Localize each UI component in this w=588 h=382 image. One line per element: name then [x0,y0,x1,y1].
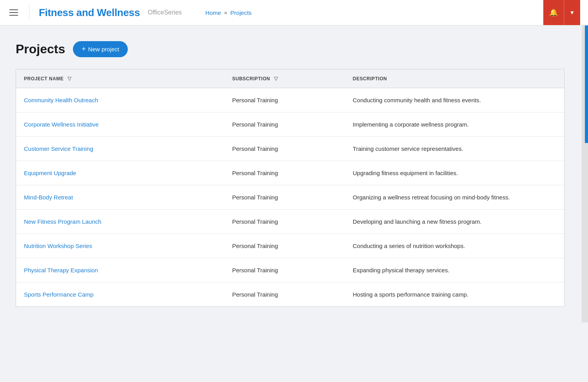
description-cell: Expanding physical therapy services. [345,258,564,282]
subscription-cell: Personal Training [224,258,345,282]
description-cell: Developing and launching a new fitness p… [345,210,564,234]
col-description-label: DESCRIPTION [353,76,387,81]
chevron-down-icon: ▼ [570,9,575,16]
project-name-link[interactable]: Mind-Body Retreat [24,194,73,201]
table-row: Equipment UpgradePersonal TrainingUpgrad… [16,161,564,185]
app-subtitle: OfficeSeries [148,9,182,16]
project-name-link[interactable]: New Fitness Program Launch [24,218,102,225]
description-cell: Implementing a corporate wellness progra… [345,112,564,137]
table-row: Nutrition Workshop SeriesPersonal Traini… [16,234,564,258]
filter-name-icon[interactable]: ▽ [67,76,72,81]
notification-bell-button[interactable]: 🔔 [543,0,564,25]
filter-subscription-icon[interactable]: ▽ [274,76,278,81]
page-header: Projects + New project [16,41,572,57]
description-cell: Hosting a sports performance training ca… [345,282,564,307]
page-title: Projects [16,42,65,56]
project-name-link[interactable]: Equipment Upgrade [24,170,76,176]
table-row: Community Health OutreachPersonal Traini… [16,88,564,112]
subscription-cell: Personal Training [224,185,345,210]
scrollbar-thumb[interactable] [585,25,588,143]
project-name-link[interactable]: Physical Therapy Expansion [24,267,98,273]
table-row: Sports Performance CampPersonal Training… [16,282,564,307]
subscription-cell: Personal Training [224,234,345,258]
bell-icon: 🔔 [549,8,558,17]
subscription-cell: Personal Training [224,282,345,307]
new-project-button[interactable]: + New project [73,41,128,57]
description-cell: Upgrading fitness equipment in facilitie… [345,161,564,185]
app-title: Fitness and Wellness [39,7,140,19]
user-dropdown-button[interactable]: ▼ [564,0,580,25]
breadcrumb-home[interactable]: Home [205,9,221,16]
main-content: Projects + New project PROJECT NAME ▽ [0,25,588,322]
scrollbar[interactable] [582,25,588,322]
project-name-link[interactable]: Community Health Outreach [24,97,98,103]
table-body: Community Health OutreachPersonal Traini… [16,88,564,307]
description-cell: Organizing a wellness retreat focusing o… [345,185,564,210]
col-header-name: PROJECT NAME ▽ [16,69,224,88]
description-cell: Training customer service representative… [345,137,564,161]
table-row: Corporate Wellness InitiativePersonal Tr… [16,112,564,137]
table-header: PROJECT NAME ▽ SUBSCRIPTION ▽ DESCRIPTIO… [16,69,564,88]
new-project-label: New project [88,46,119,53]
header-actions: 🔔 ▼ [543,0,580,25]
project-name-link[interactable]: Nutrition Workshop Series [24,243,92,249]
header-divider [29,5,29,20]
header-left: Fitness and Wellness OfficeSeries [8,5,182,20]
subscription-cell: Personal Training [224,137,345,161]
col-header-subscription: SUBSCRIPTION ▽ [224,69,345,88]
table-row: Customer Service TrainingPersonal Traini… [16,137,564,161]
col-subscription-label: SUBSCRIPTION [232,76,270,81]
plus-icon: + [82,45,86,53]
project-name-link[interactable]: Sports Performance Camp [24,291,94,298]
project-name-link[interactable]: Customer Service Training [24,145,93,152]
description-cell: Conducting a series of nutrition worksho… [345,234,564,258]
projects-table: PROJECT NAME ▽ SUBSCRIPTION ▽ DESCRIPTIO… [16,69,564,306]
breadcrumb-current: Projects [230,9,252,16]
table-row: New Fitness Program LaunchPersonal Train… [16,210,564,234]
col-name-label: PROJECT NAME [24,76,64,81]
subscription-cell: Personal Training [224,112,345,137]
projects-table-container: PROJECT NAME ▽ SUBSCRIPTION ▽ DESCRIPTIO… [16,69,564,307]
breadcrumb: Home » Projects [205,9,252,16]
table-row: Mind-Body RetreatPersonal TrainingOrgani… [16,185,564,210]
project-name-link[interactable]: Corporate Wellness Initiative [24,121,99,128]
subscription-cell: Personal Training [224,210,345,234]
description-cell: Conducting community health and fitness … [345,88,564,112]
breadcrumb-separator: » [224,9,227,16]
subscription-cell: Personal Training [224,161,345,185]
subscription-cell: Personal Training [224,88,345,112]
table-row: Physical Therapy ExpansionPersonal Train… [16,258,564,282]
app-header: Fitness and Wellness OfficeSeries Home »… [0,0,588,25]
hamburger-menu[interactable] [8,8,20,17]
col-header-description: DESCRIPTION [345,69,564,88]
